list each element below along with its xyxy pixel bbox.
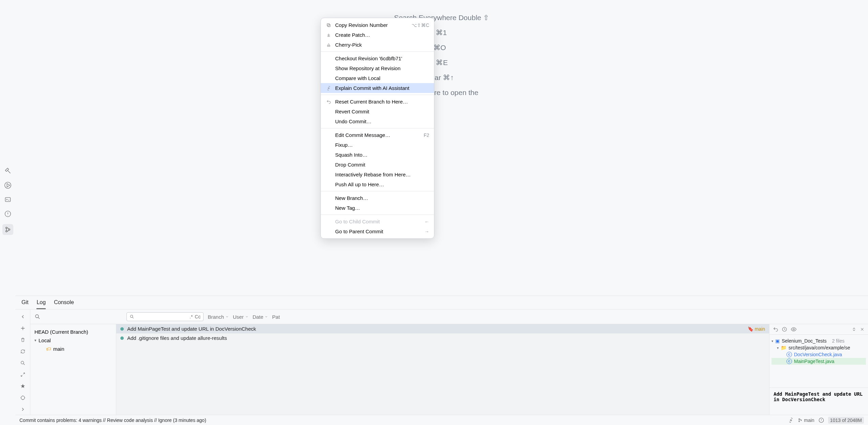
problems-icon[interactable] (4, 210, 12, 218)
paths-filter[interactable]: Pat (272, 314, 280, 320)
commit-details-pane: ▾▣Selenium_Doc_Tests 2 files ▾📁src/test/… (769, 324, 868, 415)
commit-row[interactable]: Add MainPageTest and update URL in DocVe… (116, 324, 769, 333)
svg-point-9 (35, 315, 39, 318)
forward-icon[interactable] (18, 405, 27, 414)
close-icon[interactable] (860, 327, 865, 332)
status-message[interactable]: Commit contains problems: 4 warnings // … (19, 418, 206, 423)
svg-point-6 (9, 229, 10, 230)
menu-checkout-revision[interactable]: Checkout Revision '6cdbfb71' (321, 53, 434, 63)
tab-log[interactable]: Log (36, 299, 46, 309)
menu-squash[interactable]: Squash Into… (321, 150, 434, 160)
menu-edit-message[interactable]: Edit Commit Message…F2 (321, 130, 434, 140)
history-icon[interactable] (782, 327, 787, 332)
menu-interactive-rebase[interactable]: Interactively Rebase from Here… (321, 170, 434, 179)
ai-status-icon[interactable] (788, 418, 794, 423)
svg-rect-19 (327, 23, 329, 26)
commit-message: Add MainPageTest and update URL in DocVe… (127, 326, 744, 332)
menu-go-parent-commit[interactable]: Go to Parent Commit→ (321, 226, 434, 236)
regex-toggle[interactable]: .* (190, 314, 193, 319)
tab-console[interactable]: Console (54, 299, 74, 309)
menu-drop-commit[interactable]: Drop Commit (321, 160, 434, 170)
search-icon[interactable] (18, 359, 27, 367)
branch-main[interactable]: 🏷main (34, 345, 112, 353)
status-branch[interactable]: main (798, 418, 814, 423)
undo-icon[interactable] (773, 327, 778, 332)
menu-create-patch[interactable]: Create Patch… (321, 30, 434, 40)
menu-new-tag[interactable]: New Tag… (321, 203, 434, 213)
filter-search-icon (130, 314, 134, 319)
svg-marker-0 (7, 184, 10, 187)
tree-file-row[interactable]: CDocVersionCheck.java (772, 351, 866, 358)
menu-explain-ai[interactable]: Explain Commit with AI Assistant (321, 83, 434, 93)
tab-git[interactable]: Git (21, 299, 28, 309)
date-filter[interactable]: Date (253, 314, 268, 320)
warning-status-icon[interactable] (819, 418, 824, 423)
run-icon[interactable] (4, 181, 12, 189)
tag-icon: 🏷 (46, 346, 51, 352)
hint-recent-files-sc: ⌘E (436, 55, 448, 70)
branch-tag: 🔖main (748, 326, 765, 332)
commit-context-menu: Copy Revision Number⌥⇧⌘C Create Patch… C… (320, 18, 434, 239)
expand-icon[interactable] (852, 327, 856, 332)
changed-files-tree: ▾▣Selenium_Doc_Tests 2 files ▾📁src/test/… (769, 335, 868, 388)
log-sidebar-tools (15, 310, 30, 415)
chevron-down-icon (225, 315, 229, 318)
menu-show-repo[interactable]: Show Repository at Revision (321, 63, 434, 73)
svg-point-16 (801, 420, 802, 420)
menu-undo-commit[interactable]: Undo Commit… (321, 116, 434, 126)
tree-folder-row[interactable]: ▾📁src/test/java/com/example/se (772, 344, 866, 351)
add-icon[interactable] (18, 324, 27, 333)
branch-filter[interactable]: Branch (208, 314, 229, 320)
star-icon[interactable] (18, 382, 27, 391)
commit-node-icon (120, 327, 124, 331)
menu-revert-commit[interactable]: Revert Commit (321, 107, 434, 116)
menu-new-branch[interactable]: New Branch… (321, 193, 434, 203)
svg-point-20 (327, 45, 329, 47)
menu-cherry-pick[interactable]: Cherry-Pick (321, 40, 434, 50)
folder-icon: 📁 (781, 345, 787, 350)
hammer-icon[interactable] (4, 167, 12, 175)
arrow-right-icon: → (424, 229, 429, 234)
delete-icon[interactable] (18, 335, 27, 344)
plus-diff-icon (326, 33, 332, 37)
editor-welcome-area: Search EverywhereDouble ⇧ Project View⌘1… (15, 0, 868, 296)
ai-icon (326, 86, 332, 91)
undo-icon (326, 99, 332, 104)
tree-file-row[interactable]: CMainPageTest.java (772, 358, 866, 365)
collapse-icon[interactable] (18, 370, 27, 379)
log-filter-input[interactable] (136, 314, 188, 319)
menu-reset-branch[interactable]: Reset Current Branch to Here… (321, 97, 434, 107)
menu-go-child-commit: Go to Child Commit← (321, 217, 434, 226)
back-icon[interactable] (18, 312, 27, 321)
tree-project-row[interactable]: ▾▣Selenium_Doc_Tests 2 files (772, 337, 866, 344)
preview-icon[interactable] (791, 326, 797, 332)
svg-point-15 (799, 421, 799, 422)
commit-detail-message: Add MainPageTest and update URL in DocVe… (769, 388, 868, 415)
local-branches[interactable]: ▾Local (34, 336, 112, 345)
refresh-icon[interactable] (18, 347, 27, 356)
svg-point-8 (21, 396, 25, 400)
bookmark-icon: 🔖 (748, 326, 753, 332)
user-filter[interactable]: User (233, 314, 249, 320)
commit-row[interactable]: Add .gitignore files and update allure-r… (116, 333, 769, 343)
branches-pane: HEAD (Current Branch) ▾Local 🏷main (30, 324, 116, 415)
head-branch[interactable]: HEAD (Current Branch) (34, 328, 112, 336)
commit-node-icon (120, 336, 124, 340)
menu-compare-local[interactable]: Compare with Local (321, 73, 434, 83)
chevron-down-icon (265, 315, 268, 318)
menu-copy-revision[interactable]: Copy Revision Number⌥⇧⌘C (321, 20, 434, 30)
case-toggle[interactable]: Cc (195, 314, 200, 319)
cherry-pick-icon (326, 43, 332, 47)
menu-fixup[interactable]: Fixup… (321, 140, 434, 150)
menu-push-all[interactable]: Push All up to Here… (321, 179, 434, 189)
svg-point-13 (790, 420, 792, 421)
terminal-icon[interactable] (4, 195, 12, 204)
copy-icon (326, 23, 332, 28)
chevron-down-icon: ▾ (772, 339, 773, 343)
vcs-icon[interactable] (2, 224, 13, 235)
branch-search-icon[interactable] (34, 314, 41, 320)
memory-indicator[interactable]: 1013 of 2048M (828, 417, 864, 424)
target-icon[interactable] (18, 393, 27, 402)
arrow-left-icon: ← (424, 219, 429, 224)
chevron-down-icon (245, 315, 249, 318)
